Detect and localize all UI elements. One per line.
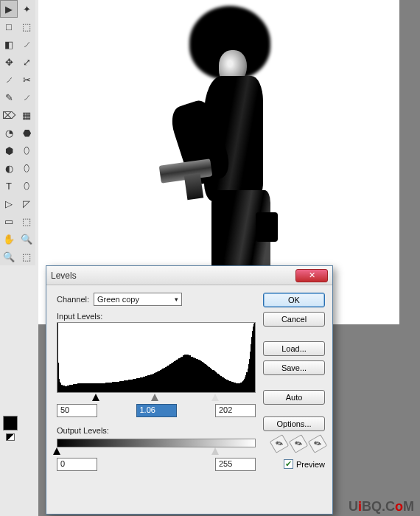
tool-2[interactable]: ◧ [0,35,18,53]
close-icon: ✕ [309,271,315,280]
input-levels-label: Input Levels: [57,312,256,321]
channel-label: Channel: [57,295,89,304]
tool-4[interactable]: ⟋ [0,71,18,88]
tool-5[interactable]: ✎ [0,88,18,106]
tool-b-9[interactable]: ⬯ [18,159,35,177]
tool-b-1[interactable]: ⬚ [18,18,35,35]
input-shadow-field[interactable]: 50 [57,404,97,417]
dialog-titlebar[interactable]: Levels ✕ [46,266,332,285]
levels-dialog: Levels ✕ Channel: Green copy ▾ Input Lev… [46,265,333,515]
ok-button[interactable]: OK [263,293,325,307]
options-button[interactable]: Options... [263,416,325,431]
input-gamma-field[interactable]: 1.06 [136,404,177,417]
channel-select[interactable]: Green copy ▾ [94,293,182,306]
tool-b-4[interactable]: ✂ [18,71,35,88]
cancel-button[interactable]: Cancel [263,312,325,327]
tool-0[interactable]: ▶ [0,0,18,18]
tool-b-6[interactable]: ▦ [18,106,35,124]
tool-b-12[interactable]: ⬚ [18,212,35,230]
tool-12[interactable]: ▭ [0,212,18,230]
preview-label: Preview [296,460,325,469]
tool-b-13[interactable]: 🔍 [18,230,35,248]
output-levels-label: Output Levels: [57,426,256,435]
tool-b-8[interactable]: ⬯ [18,142,35,159]
tool-b-0[interactable]: ✦ [18,0,35,18]
tool-13[interactable]: ✋ [0,230,18,248]
tool-11[interactable]: ▷ [0,195,18,212]
tool-b-7[interactable]: ⬣ [18,124,35,142]
foreground-color-swatch[interactable] [3,416,18,430]
watermark: UiBQ.CoM [349,499,414,515]
tool-1[interactable]: □ [0,18,18,35]
tool-8[interactable]: ⬢ [0,142,18,159]
tool-b-5[interactable]: ⟋ [18,88,35,106]
input-slider-track [57,394,256,402]
tool-b-2[interactable]: ⟋ [18,35,35,53]
input-highlight-field[interactable]: 202 [215,404,256,417]
tool-b-10[interactable]: ⬯ [18,177,35,195]
tool-14[interactable]: 🔍 [0,248,18,265]
swap-colors-icon[interactable] [6,433,15,441]
tool-7[interactable]: ◔ [0,124,18,142]
load-button[interactable]: Load... [263,341,325,356]
preview-checkbox[interactable]: ✔ [284,459,293,469]
histogram [57,322,256,393]
tool-10[interactable]: T [0,177,18,195]
output-highlight-field[interactable]: 255 [215,458,256,471]
dialog-title: Levels [51,271,295,281]
input-highlight-slider[interactable] [211,394,219,401]
input-shadow-slider[interactable] [92,394,99,401]
output-shadow-slider[interactable] [53,447,60,455]
eyedropper-white-icon[interactable]: ✎ [308,434,327,453]
chevron-down-icon: ▾ [175,296,178,303]
tool-3[interactable]: ✥ [0,53,18,71]
save-button[interactable]: Save... [263,360,325,375]
eyedropper-black-icon[interactable]: ✎ [270,434,289,453]
tool-b-11[interactable]: ◸ [18,195,35,212]
tool-b-3[interactable]: ⤢ [18,53,35,71]
output-shadow-field[interactable]: 0 [57,458,97,471]
close-button[interactable]: ✕ [295,269,328,282]
tool-b-14[interactable]: ⬚ [18,248,35,265]
channel-value: Green copy [97,295,139,304]
tool-6[interactable]: ⌦ [0,106,18,124]
input-midtone-slider[interactable] [151,394,158,401]
auto-button[interactable]: Auto [263,390,325,405]
tool-9[interactable]: ◐ [0,159,18,177]
output-gradient [57,439,256,447]
output-highlight-slider[interactable] [211,447,219,455]
eyedropper-gray-icon[interactable]: ✎ [289,434,308,453]
